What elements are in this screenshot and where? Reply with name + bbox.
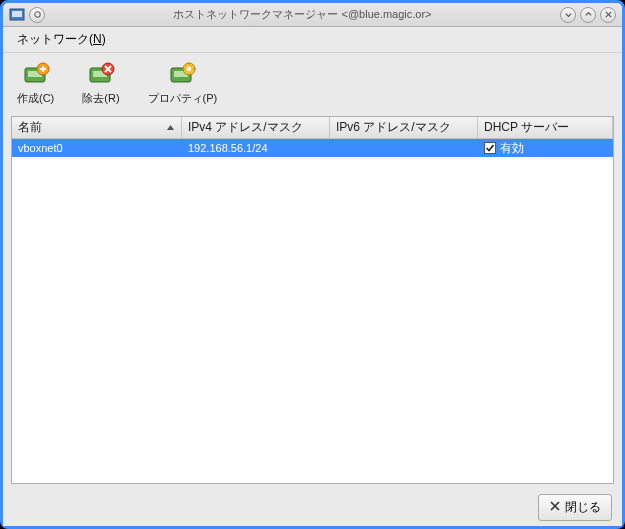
column-header-ipv6[interactable]: IPv6 アドレス/マスク bbox=[330, 117, 478, 138]
column-header-ipv4-label: IPv4 アドレス/マスク bbox=[188, 119, 303, 136]
titlebar-left bbox=[9, 7, 45, 23]
cell-ipv4: 192.168.56.1/24 bbox=[182, 141, 330, 155]
close-icon bbox=[549, 500, 561, 515]
close-window-button[interactable] bbox=[600, 7, 616, 23]
svg-point-12 bbox=[187, 67, 191, 71]
menu-network-label-pre: ネットワーク( bbox=[17, 32, 93, 46]
menubar: ネットワーク(N) bbox=[3, 27, 622, 53]
maximize-button[interactable] bbox=[580, 7, 596, 23]
remove-button[interactable]: 除去(R) bbox=[78, 59, 123, 108]
remove-label: 除去(R) bbox=[82, 91, 119, 106]
menu-network-accel: N bbox=[93, 32, 102, 46]
table-row[interactable]: vboxnet0 192.168.56.1/24 有効 bbox=[12, 139, 613, 157]
properties-label: プロパティ(P) bbox=[148, 91, 218, 106]
dhcp-checkbox[interactable] bbox=[484, 142, 496, 154]
column-header-name-label: 名前 bbox=[18, 119, 42, 136]
svg-point-2 bbox=[34, 12, 39, 17]
window: ホストネットワークマネージャー <@blue.magic.or> ネットワーク(… bbox=[0, 0, 625, 529]
column-header-dhcp-label: DHCP サーバー bbox=[484, 119, 569, 136]
footer: 閉じる bbox=[3, 488, 622, 526]
cell-dhcp: 有効 bbox=[478, 139, 613, 158]
create-button[interactable]: 作成(C) bbox=[13, 59, 58, 108]
nic-remove-icon bbox=[85, 61, 117, 89]
window-menu-button[interactable] bbox=[29, 7, 45, 23]
table-empty-area[interactable] bbox=[12, 157, 613, 483]
dhcp-label: 有効 bbox=[500, 140, 524, 157]
close-label: 閉じる bbox=[565, 499, 601, 516]
titlebar-right bbox=[560, 7, 616, 23]
app-icon bbox=[9, 7, 25, 23]
window-title: ホストネットワークマネージャー <@blue.magic.or> bbox=[45, 7, 560, 22]
cell-ipv6 bbox=[330, 147, 478, 149]
menu-network[interactable]: ネットワーク(N) bbox=[11, 28, 112, 51]
properties-button[interactable]: プロパティ(P) bbox=[144, 59, 222, 108]
svg-rect-1 bbox=[12, 11, 22, 17]
create-label: 作成(C) bbox=[17, 91, 54, 106]
column-header-dhcp[interactable]: DHCP サーバー bbox=[478, 117, 613, 138]
table-header-row: 名前 IPv4 アドレス/マスク IPv6 アドレス/マスク DHCP サーバー bbox=[12, 117, 613, 139]
sort-asc-icon bbox=[166, 121, 175, 135]
nic-properties-icon bbox=[166, 61, 198, 89]
titlebar: ホストネットワークマネージャー <@blue.magic.or> bbox=[3, 3, 622, 27]
column-header-ipv6-label: IPv6 アドレス/マスク bbox=[336, 119, 451, 136]
column-header-ipv4[interactable]: IPv4 アドレス/マスク bbox=[182, 117, 330, 138]
cell-name: vboxnet0 bbox=[12, 141, 182, 155]
network-table: 名前 IPv4 アドレス/マスク IPv6 アドレス/マスク DHCP サーバー… bbox=[11, 116, 614, 484]
minimize-button[interactable] bbox=[560, 7, 576, 23]
column-header-name[interactable]: 名前 bbox=[12, 117, 182, 138]
menu-network-label-suf: ) bbox=[102, 32, 106, 46]
toolbar: 作成(C) 除去(R) bbox=[3, 53, 622, 112]
nic-add-icon bbox=[20, 61, 52, 89]
close-button[interactable]: 閉じる bbox=[538, 494, 612, 521]
